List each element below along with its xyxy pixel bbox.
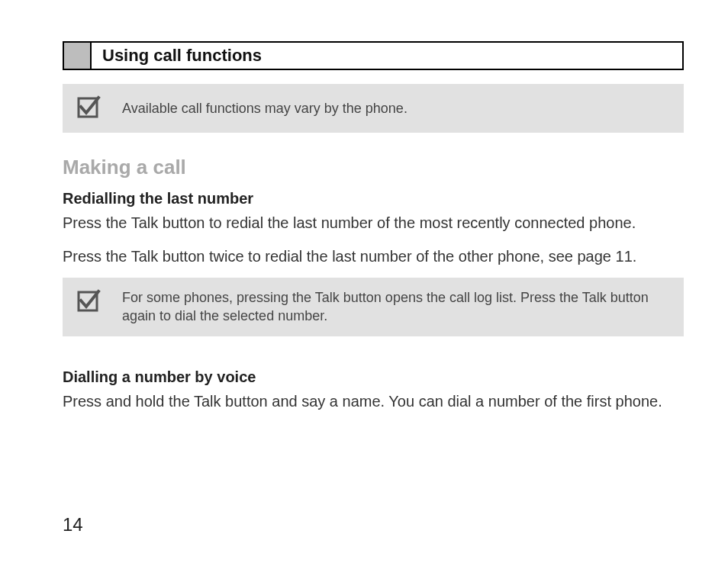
chapter-title: Using call functions — [92, 43, 262, 69]
para-redial-2: Press the Talk button twice to redial th… — [63, 246, 684, 267]
section-heading-making-call: Making a call — [63, 156, 684, 179]
title-decor-tab — [64, 43, 92, 69]
sub-heading-voice-dial: Dialling a number by voice — [63, 368, 684, 386]
note-text-1: Available call functions may vary by the… — [122, 99, 407, 117]
note-box-2: For some phones, pressing the Talk butto… — [63, 278, 684, 336]
sub-heading-redial: Redialling the last number — [63, 190, 684, 207]
chapter-title-bar: Using call functions — [63, 41, 684, 70]
note-text-2: For some phones, pressing the Talk butto… — [122, 288, 670, 326]
note-box-1: Available call functions may vary by the… — [63, 84, 684, 133]
checkmark-icon — [76, 288, 101, 316]
para-voice-1: Press and hold the Talk button and say a… — [63, 391, 684, 412]
checkmark-icon — [76, 95, 101, 122]
manual-page: Using call functions Available call func… — [0, 0, 728, 566]
page-number: 14 — [63, 514, 83, 535]
para-redial-1: Press the Talk button to redial the last… — [63, 212, 684, 233]
